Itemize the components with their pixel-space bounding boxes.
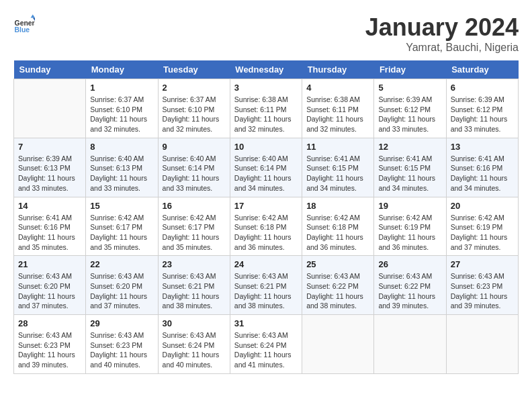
day-info: Sunrise: 6:43 AMSunset: 6:21 PMDaylight:…: [163, 271, 226, 311]
day-number: 21: [18, 259, 81, 269]
calendar-cell: 5Sunrise: 6:39 AMSunset: 6:12 PMDaylight…: [374, 79, 446, 138]
day-number: 8: [90, 142, 153, 152]
calendar-cell: [446, 315, 518, 374]
day-info: Sunrise: 6:43 AMSunset: 6:23 PMDaylight:…: [451, 271, 514, 311]
calendar-cell: [14, 79, 86, 138]
calendar-cell: 7Sunrise: 6:39 AMSunset: 6:13 PMDaylight…: [14, 138, 86, 197]
calendar-cell: 15Sunrise: 6:42 AMSunset: 6:17 PMDayligh…: [86, 197, 158, 256]
day-number: 25: [306, 259, 369, 269]
calendar-cell: [302, 315, 374, 374]
weekday-header-sunday: Sunday: [14, 60, 86, 79]
day-number: 16: [163, 201, 226, 211]
weekday-header-monday: Monday: [86, 60, 158, 79]
logo: General Blue: [13, 13, 35, 35]
calendar-body: 1Sunrise: 6:37 AMSunset: 6:10 PMDaylight…: [14, 79, 519, 374]
day-number: 19: [378, 201, 441, 211]
day-number: 15: [90, 201, 153, 211]
calendar-cell: 17Sunrise: 6:42 AMSunset: 6:18 PMDayligh…: [230, 197, 302, 256]
day-number: 27: [451, 259, 514, 269]
calendar-cell: 4Sunrise: 6:38 AMSunset: 6:11 PMDaylight…: [302, 79, 374, 138]
calendar-cell: 8Sunrise: 6:40 AMSunset: 6:13 PMDaylight…: [86, 138, 158, 197]
day-info: Sunrise: 6:43 AMSunset: 6:20 PMDaylight:…: [18, 271, 81, 311]
weekday-header-friday: Friday: [374, 60, 446, 79]
day-info: Sunrise: 6:40 AMSunset: 6:13 PMDaylight:…: [90, 154, 153, 193]
calendar-cell: 10Sunrise: 6:40 AMSunset: 6:14 PMDayligh…: [230, 138, 302, 197]
weekday-header-tuesday: Tuesday: [158, 60, 230, 79]
svg-text:General: General: [15, 19, 35, 27]
calendar-cell: 6Sunrise: 6:39 AMSunset: 6:12 PMDaylight…: [446, 79, 518, 138]
calendar-cell: 20Sunrise: 6:42 AMSunset: 6:19 PMDayligh…: [446, 197, 518, 256]
calendar-cell: 11Sunrise: 6:41 AMSunset: 6:15 PMDayligh…: [302, 138, 374, 197]
day-number: 31: [234, 318, 298, 328]
day-number: 24: [234, 259, 298, 269]
calendar-cell: 13Sunrise: 6:41 AMSunset: 6:16 PMDayligh…: [446, 138, 518, 197]
day-info: Sunrise: 6:41 AMSunset: 6:16 PMDaylight:…: [18, 213, 81, 253]
calendar-cell: 26Sunrise: 6:43 AMSunset: 6:22 PMDayligh…: [374, 256, 446, 315]
calendar-week-2: 7Sunrise: 6:39 AMSunset: 6:13 PMDaylight…: [14, 138, 519, 197]
calendar-cell: 21Sunrise: 6:43 AMSunset: 6:20 PMDayligh…: [14, 256, 86, 315]
calendar-cell: 29Sunrise: 6:43 AMSunset: 6:23 PMDayligh…: [86, 315, 158, 374]
calendar-cell: 31Sunrise: 6:43 AMSunset: 6:24 PMDayligh…: [230, 315, 302, 374]
day-number: 22: [90, 259, 153, 269]
calendar-subtitle: Yamrat, Bauchi, Nigeria: [365, 42, 519, 54]
calendar-cell: 24Sunrise: 6:43 AMSunset: 6:21 PMDayligh…: [230, 256, 302, 315]
calendar-cell: 2Sunrise: 6:37 AMSunset: 6:10 PMDaylight…: [158, 79, 230, 138]
day-number: 7: [18, 142, 81, 152]
calendar-cell: 22Sunrise: 6:43 AMSunset: 6:20 PMDayligh…: [86, 256, 158, 315]
day-info: Sunrise: 6:42 AMSunset: 6:18 PMDaylight:…: [234, 213, 298, 253]
calendar-week-1: 1Sunrise: 6:37 AMSunset: 6:10 PMDaylight…: [14, 79, 519, 138]
day-number: 5: [378, 83, 441, 93]
calendar-cell: 30Sunrise: 6:43 AMSunset: 6:24 PMDayligh…: [158, 315, 230, 374]
day-info: Sunrise: 6:42 AMSunset: 6:18 PMDaylight:…: [306, 213, 369, 253]
calendar-table: SundayMondayTuesdayWednesdayThursdayFrid…: [13, 60, 519, 374]
day-info: Sunrise: 6:43 AMSunset: 6:23 PMDaylight:…: [90, 330, 153, 370]
day-info: Sunrise: 6:37 AMSunset: 6:10 PMDaylight:…: [163, 95, 226, 134]
calendar-cell: 9Sunrise: 6:40 AMSunset: 6:14 PMDaylight…: [158, 138, 230, 197]
calendar-cell: 3Sunrise: 6:38 AMSunset: 6:11 PMDaylight…: [230, 79, 302, 138]
day-number: 13: [451, 142, 514, 152]
day-number: 23: [163, 259, 226, 269]
day-number: 1: [90, 83, 153, 93]
calendar-cell: 12Sunrise: 6:41 AMSunset: 6:15 PMDayligh…: [374, 138, 446, 197]
calendar-cell: 18Sunrise: 6:42 AMSunset: 6:18 PMDayligh…: [302, 197, 374, 256]
calendar-cell: [374, 315, 446, 374]
day-info: Sunrise: 6:41 AMSunset: 6:15 PMDaylight:…: [306, 154, 369, 193]
day-info: Sunrise: 6:39 AMSunset: 6:12 PMDaylight:…: [378, 95, 441, 134]
day-number: 4: [306, 83, 369, 93]
day-number: 12: [378, 142, 441, 152]
day-info: Sunrise: 6:38 AMSunset: 6:11 PMDaylight:…: [234, 95, 298, 134]
calendar-week-4: 21Sunrise: 6:43 AMSunset: 6:20 PMDayligh…: [14, 256, 519, 315]
calendar-cell: 23Sunrise: 6:43 AMSunset: 6:21 PMDayligh…: [158, 256, 230, 315]
day-info: Sunrise: 6:43 AMSunset: 6:23 PMDaylight:…: [18, 330, 81, 370]
title-block: January 2024 Yamrat, Bauchi, Nigeria: [365, 13, 519, 54]
day-info: Sunrise: 6:43 AMSunset: 6:22 PMDaylight:…: [306, 271, 369, 311]
svg-marker-2: [31, 15, 35, 18]
day-number: 14: [18, 201, 81, 211]
day-info: Sunrise: 6:43 AMSunset: 6:21 PMDaylight:…: [234, 271, 298, 311]
calendar-cell: 27Sunrise: 6:43 AMSunset: 6:23 PMDayligh…: [446, 256, 518, 315]
day-number: 29: [90, 318, 153, 328]
day-info: Sunrise: 6:41 AMSunset: 6:15 PMDaylight:…: [378, 154, 441, 193]
calendar-cell: 28Sunrise: 6:43 AMSunset: 6:23 PMDayligh…: [14, 315, 86, 374]
day-info: Sunrise: 6:43 AMSunset: 6:22 PMDaylight:…: [378, 271, 441, 311]
day-number: 6: [451, 83, 514, 93]
page-header: General Blue January 2024 Yamrat, Bauchi…: [13, 13, 519, 54]
day-number: 20: [451, 201, 514, 211]
day-info: Sunrise: 6:38 AMSunset: 6:11 PMDaylight:…: [306, 95, 369, 134]
day-number: 3: [234, 83, 298, 93]
day-info: Sunrise: 6:42 AMSunset: 6:17 PMDaylight:…: [90, 213, 153, 253]
day-info: Sunrise: 6:40 AMSunset: 6:14 PMDaylight:…: [234, 154, 298, 193]
day-info: Sunrise: 6:42 AMSunset: 6:19 PMDaylight:…: [378, 213, 441, 253]
day-info: Sunrise: 6:43 AMSunset: 6:20 PMDaylight:…: [90, 271, 153, 311]
day-number: 9: [163, 142, 226, 152]
calendar-header: SundayMondayTuesdayWednesdayThursdayFrid…: [14, 60, 519, 79]
weekday-header-row: SundayMondayTuesdayWednesdayThursdayFrid…: [14, 60, 519, 79]
day-number: 11: [306, 142, 369, 152]
day-number: 18: [306, 201, 369, 211]
calendar-week-5: 28Sunrise: 6:43 AMSunset: 6:23 PMDayligh…: [14, 315, 519, 374]
calendar-title: January 2024: [365, 13, 519, 42]
day-number: 30: [163, 318, 226, 328]
day-number: 17: [234, 201, 298, 211]
day-number: 28: [18, 318, 81, 328]
weekday-header-wednesday: Wednesday: [230, 60, 302, 79]
